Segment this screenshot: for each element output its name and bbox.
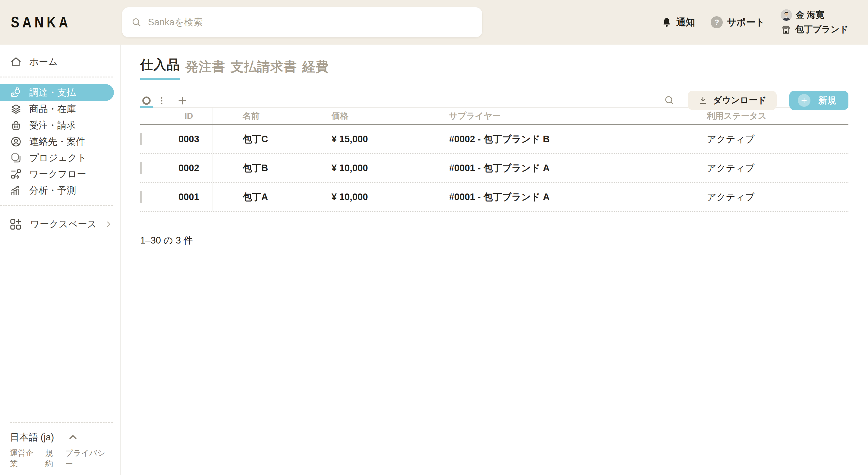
sidebar-item-workflows[interactable]: ワークフロー xyxy=(0,166,120,182)
sidebar-item-projects[interactable]: プロジェクト xyxy=(0,150,120,166)
table-row[interactable]: 0001 包丁A ¥ 10,000 #0001 - 包丁ブランド A アクティブ xyxy=(140,183,848,212)
table-search-icon[interactable] xyxy=(664,95,675,106)
more-menu-icon[interactable] xyxy=(156,96,167,106)
tab-expenses[interactable]: 経費 xyxy=(302,58,329,80)
column-header-price[interactable]: 価格 xyxy=(301,110,419,122)
download-label: ダウンロード xyxy=(713,94,767,106)
cell-status: アクティブ xyxy=(677,162,848,175)
legal-links: 運営企業 規約 プライバシー xyxy=(10,448,113,469)
tab-purchase-orders[interactable]: 発注書 xyxy=(185,58,225,80)
column-header-supplier[interactable]: サプライヤー xyxy=(419,110,677,122)
bell-icon xyxy=(661,17,672,28)
support-label: サポート xyxy=(727,16,765,29)
sidebar-footer: 日本語 (ja) 運営企業 規約 プライバシー xyxy=(0,416,120,475)
row-checkbox[interactable] xyxy=(140,191,142,203)
org-row[interactable]: 包丁ブランド xyxy=(781,24,848,36)
new-label: 新規 xyxy=(818,94,836,107)
cell-id: 0003 xyxy=(166,125,213,153)
language-label: 日本語 (ja) xyxy=(10,431,54,444)
help-icon: ? xyxy=(711,16,723,28)
cell-name[interactable]: 包丁C xyxy=(213,133,301,146)
user-row[interactable]: 金 海寛 xyxy=(781,9,848,21)
table-header-row: ID 名前 価格 サプライヤー 利用ステータス xyxy=(140,107,848,125)
sidebar-item-label: プロジェクト xyxy=(29,152,87,164)
sidebar-item-procurement[interactable]: 調達・支払 xyxy=(0,84,114,101)
cell-supplier[interactable]: #0001 - 包丁ブランド A xyxy=(419,191,677,203)
sidebar: ホーム 調達・支払 商品・在庫 xyxy=(0,44,121,475)
add-view-icon[interactable] xyxy=(177,95,188,106)
column-header-status[interactable]: 利用ステータス xyxy=(677,110,848,122)
sidebar-item-contacts[interactable]: 連絡先・案件 xyxy=(0,133,120,150)
cell-status: アクティブ xyxy=(677,133,848,146)
cell-supplier[interactable]: #0001 - 包丁ブランド A xyxy=(419,162,677,175)
column-header-name[interactable]: 名前 xyxy=(213,110,301,122)
supply-items-table: ID 名前 価格 サプライヤー 利用ステータス 0003 包丁C ¥ 15,00… xyxy=(140,107,848,247)
chevron-up-icon xyxy=(68,432,78,442)
chevron-right-icon xyxy=(104,220,113,228)
pagination-summary: 1–30 の 3 件 xyxy=(140,234,848,247)
search-icon xyxy=(131,17,142,28)
page-tabs: 仕入品 発注書 支払請求書 経費 xyxy=(140,56,848,80)
terms-link[interactable]: 規約 xyxy=(45,448,61,469)
table-row[interactable]: 0002 包丁B ¥ 10,000 #0001 - 包丁ブランド A アクティブ xyxy=(140,154,848,183)
notifications-button[interactable]: 通知 xyxy=(661,16,695,29)
org-name: 包丁ブランド xyxy=(795,24,848,36)
workflow-icon xyxy=(10,168,22,180)
sidebar-item-analytics[interactable]: 分析・予測 xyxy=(0,182,120,199)
cell-name[interactable]: 包丁A xyxy=(213,191,301,203)
sidebar-divider xyxy=(0,205,113,206)
basket-icon xyxy=(10,119,22,131)
sidebar-item-label: 調達・支払 xyxy=(29,86,76,99)
sidebar-item-label: 商品・在庫 xyxy=(29,103,76,116)
store-icon xyxy=(781,24,792,35)
column-header-id[interactable]: ID xyxy=(166,107,213,124)
home-icon xyxy=(10,56,22,68)
brand-logo[interactable]: SANKA xyxy=(11,0,71,44)
sidebar-item-label: 連絡先・案件 xyxy=(29,135,85,148)
sidebar-item-label: 受注・請求 xyxy=(29,119,76,132)
sidebar-item-workspace[interactable]: ワークスペース xyxy=(0,216,120,233)
layers-icon xyxy=(10,103,22,115)
cell-id: 0001 xyxy=(166,183,213,211)
sidebar-item-products[interactable]: 商品・在庫 xyxy=(0,101,120,117)
table-row[interactable]: 0003 包丁C ¥ 15,000 #0002 - 包丁ブランド B アクティブ xyxy=(140,125,848,154)
row-checkbox[interactable] xyxy=(140,133,142,145)
cell-supplier[interactable]: #0002 - 包丁ブランド B xyxy=(419,133,677,146)
sidebar-item-label: 分析・予測 xyxy=(29,184,76,197)
tab-supply-items[interactable]: 仕入品 xyxy=(140,56,180,80)
cell-status: アクティブ xyxy=(677,191,848,203)
cell-price: ¥ 10,000 xyxy=(301,192,419,202)
search-input[interactable] xyxy=(148,17,473,28)
new-button[interactable]: 新規 xyxy=(789,91,848,110)
workspace-label: ワークスペース xyxy=(30,218,97,230)
language-selector[interactable]: 日本語 (ja) xyxy=(10,431,113,444)
toolbar-actions: ダウンロード 新規 xyxy=(664,91,848,110)
user-menu[interactable]: 金 海寛 包丁ブランド xyxy=(781,9,848,36)
sidebar-item-label: ホーム xyxy=(29,56,58,68)
table-toolbar: ダウンロード 新規 xyxy=(140,94,848,107)
sidebar-divider xyxy=(0,76,113,77)
main-content: 仕入品 発注書 支払請求書 経費 xyxy=(121,44,868,475)
workspace-icon xyxy=(9,218,22,231)
analytics-icon xyxy=(10,185,22,196)
tab-bills[interactable]: 支払請求書 xyxy=(230,58,297,80)
support-button[interactable]: ? サポート xyxy=(711,16,765,29)
sidebar-item-orders[interactable]: 受注・請求 xyxy=(0,117,120,133)
view-tab-circle[interactable] xyxy=(140,94,153,107)
topbar-right: 通知 ? サポート xyxy=(661,0,848,44)
user-name: 金 海寛 xyxy=(796,9,824,21)
plus-icon xyxy=(798,94,810,107)
sidebar-item-home[interactable]: ホーム xyxy=(0,54,120,70)
cell-price: ¥ 15,000 xyxy=(301,134,419,145)
projects-icon xyxy=(10,152,22,164)
user-avatar xyxy=(781,9,792,21)
download-icon xyxy=(698,96,708,105)
notifications-label: 通知 xyxy=(676,16,695,29)
procurement-icon xyxy=(10,87,22,99)
cell-name[interactable]: 包丁B xyxy=(213,162,301,175)
row-checkbox[interactable] xyxy=(140,162,142,174)
company-link[interactable]: 運営企業 xyxy=(10,448,41,469)
privacy-link[interactable]: プライバシー xyxy=(65,448,113,469)
global-search[interactable] xyxy=(122,7,482,37)
download-button[interactable]: ダウンロード xyxy=(688,91,777,110)
